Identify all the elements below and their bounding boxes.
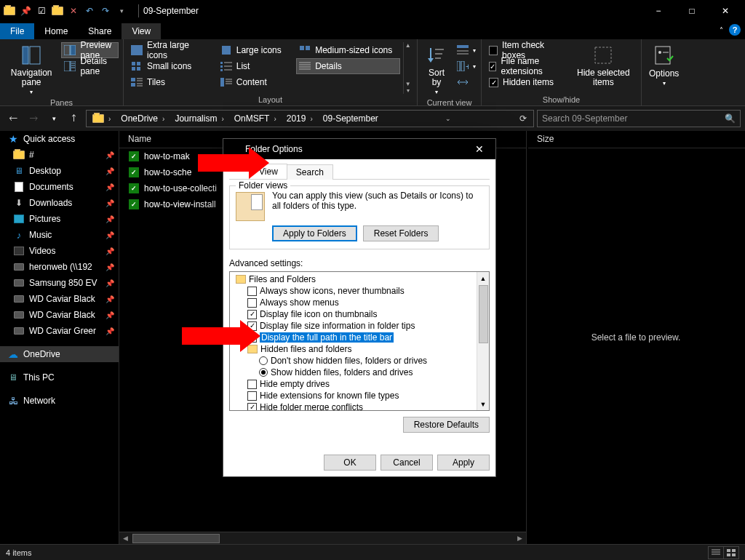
radio-icon[interactable] [259, 368, 268, 377]
tree-node[interactable]: Files and Folders [233, 273, 477, 285]
checkbox-icon[interactable] [247, 391, 257, 401]
tree-node-selected[interactable]: Display the full path in the title bar [233, 332, 477, 343]
search-box[interactable]: Search 09-September 🔍 [537, 110, 741, 127]
checkbox-icon[interactable] [247, 310, 257, 319]
navigation-pane-button[interactable]: Navigation pane ▾ [4, 42, 58, 97]
col-size[interactable]: Size [528, 131, 745, 148]
radio-icon[interactable] [259, 356, 268, 365]
sidebar-quick-access[interactable]: ★Quick access [0, 131, 119, 147]
qat-check-icon[interactable]: ☑ [35, 4, 48, 17]
tree-node[interactable]: Hide extensions for known file types [233, 390, 477, 401]
qat-folder-icon[interactable] [51, 4, 64, 17]
scroll-left-icon[interactable]: ◀ [119, 535, 132, 542]
sidebar-this-pc[interactable]: 🖥This PC [0, 369, 119, 385]
advanced-settings-tree[interactable]: Files and Folders Always show icons, nev… [229, 271, 490, 411]
dialog-tab-search[interactable]: Search [287, 164, 333, 180]
breadcrumb-seg[interactable]: 2019› [282, 111, 319, 127]
tab-home[interactable]: Home [34, 23, 78, 39]
sidebar-item[interactable]: #📌 [0, 147, 119, 163]
apply-button[interactable]: Apply [437, 455, 490, 471]
tree-node[interactable]: Don't show hidden files, folders or driv… [233, 355, 477, 367]
breadcrumb-seg[interactable]: Journalism› [170, 111, 229, 127]
tab-share[interactable]: Share [78, 23, 121, 39]
ok-button[interactable]: OK [324, 455, 376, 471]
scrollbar-thumb[interactable] [479, 285, 488, 343]
qat-pin-icon[interactable]: 📌 [19, 4, 32, 17]
status-details-view-icon[interactable] [708, 546, 724, 559]
add-columns-button[interactable]: +▾ [454, 58, 479, 74]
address-folder-icon[interactable]: › [88, 111, 116, 127]
forward-button[interactable]: 🡒 [25, 110, 42, 127]
layout-sm-button[interactable]: Small icons [128, 58, 215, 74]
layout-scroll-down-icon[interactable]: ▼ [405, 81, 411, 87]
restore-defaults-button[interactable]: Restore Defaults [403, 417, 490, 433]
address-bar[interactable]: › OneDrive› Journalism› OnMSFT› 2019› 09… [86, 110, 534, 127]
hide-selected-button[interactable]: Hide selected items [570, 42, 637, 89]
sidebar-network[interactable]: 🖧Network [0, 393, 119, 409]
sidebar-item[interactable]: WD Caviar Greer📌 [0, 323, 119, 339]
up-button[interactable]: 🡑 [65, 110, 83, 127]
tree-node[interactable]: Display file size information in folder … [233, 320, 477, 332]
checkbox-icon[interactable] [247, 403, 257, 411]
layout-expand-icon[interactable]: ▾ [407, 87, 410, 94]
maximize-button[interactable]: □ [675, 0, 709, 22]
dialog-close-button[interactable]: ✕ [469, 143, 490, 155]
reset-folders-button[interactable]: Reset Folders [363, 225, 439, 241]
group-by-button[interactable]: ▾ [454, 42, 479, 58]
tree-scrollbar[interactable]: ▲ ▼ [477, 272, 489, 410]
breadcrumb-seg[interactable]: 09-September [319, 111, 383, 127]
sidebar-item[interactable]: WD Caviar Black📌 [0, 307, 119, 323]
file-ext-toggle[interactable]: File name extensions [486, 58, 567, 74]
tab-view[interactable]: View [121, 23, 161, 39]
layout-tiles-button[interactable]: Tiles [128, 74, 215, 90]
qat-dropdown-icon[interactable]: ▾ [115, 4, 128, 17]
sidebar-item[interactable]: 🖥Desktop📌 [0, 163, 119, 179]
details-pane-button[interactable]: Details pane [61, 58, 119, 74]
layout-xl-button[interactable]: Extra large icons [128, 42, 215, 58]
tree-node[interactable]: Always show icons, never thumbnails [233, 285, 477, 297]
sidebar-item[interactable]: WD Caviar Black📌 [0, 291, 119, 307]
tree-node[interactable]: Display file icon on thumbnails [233, 308, 477, 320]
sidebar-item[interactable]: ♪Music📌 [0, 227, 119, 243]
refresh-icon[interactable]: ⟳ [514, 113, 532, 124]
scroll-up-icon[interactable]: ▲ [477, 272, 489, 284]
layout-details-button[interactable]: Details [296, 58, 399, 74]
sidebar-onedrive[interactable]: ☁OneDrive [0, 346, 119, 362]
layout-content-button[interactable]: Content [218, 74, 293, 90]
close-button[interactable]: ✕ [709, 0, 742, 22]
qat-redo-icon[interactable]: ↷ [99, 4, 112, 17]
sidebar-item[interactable]: heronweb (\\192📌 [0, 259, 119, 275]
layout-list-button[interactable]: List [218, 58, 293, 74]
sidebar-item[interactable]: Samsung 850 EV📌 [0, 275, 119, 291]
minimize-button[interactable]: − [642, 0, 675, 22]
breadcrumb-seg[interactable]: OneDrive› [116, 111, 170, 127]
sidebar-item[interactable]: Videos📌 [0, 243, 119, 259]
sort-by-button[interactable]: Sort by ▾ [422, 42, 451, 97]
cancel-button[interactable]: Cancel [381, 455, 433, 471]
ribbon-collapse-icon[interactable]: ˄ [720, 26, 723, 34]
scroll-right-icon[interactable]: ▶ [514, 535, 526, 542]
checkbox-icon[interactable] [247, 298, 257, 308]
layout-md-button[interactable]: Medium-sized icons [296, 42, 399, 58]
checkbox-icon[interactable] [247, 287, 257, 296]
layout-scroll-up-icon[interactable]: ▲ [405, 42, 411, 49]
checkbox-icon[interactable] [247, 380, 257, 389]
sidebar-item[interactable]: ⬇Downloads📌 [0, 195, 119, 211]
qat-undo-icon[interactable]: ↶ [83, 4, 96, 17]
scrollbar-thumb[interactable] [132, 534, 220, 543]
recent-locations-button[interactable]: ▾ [45, 110, 63, 127]
address-dropdown-icon[interactable]: ⌄ [439, 115, 457, 122]
sidebar-item[interactable]: Documents📌 [0, 179, 119, 195]
tree-node[interactable]: Hide empty drives [233, 378, 477, 390]
tree-node[interactable]: Show hidden files, folders and drives [233, 367, 477, 378]
sidebar-item[interactable]: Pictures📌 [0, 211, 119, 227]
status-large-icons-view-icon[interactable] [723, 546, 739, 559]
qat-close-icon[interactable]: ✕ [67, 4, 80, 17]
tree-node[interactable]: Hide folder merge conflicts [233, 401, 477, 410]
tree-node[interactable]: Always show menus [233, 297, 477, 308]
tree-node[interactable]: Hidden files and folders [233, 343, 477, 355]
hidden-items-toggle[interactable]: Hidden items [486, 74, 567, 90]
tab-file[interactable]: File [0, 23, 34, 39]
back-button[interactable]: 🡐 [4, 110, 22, 127]
size-columns-button[interactable] [454, 74, 479, 90]
